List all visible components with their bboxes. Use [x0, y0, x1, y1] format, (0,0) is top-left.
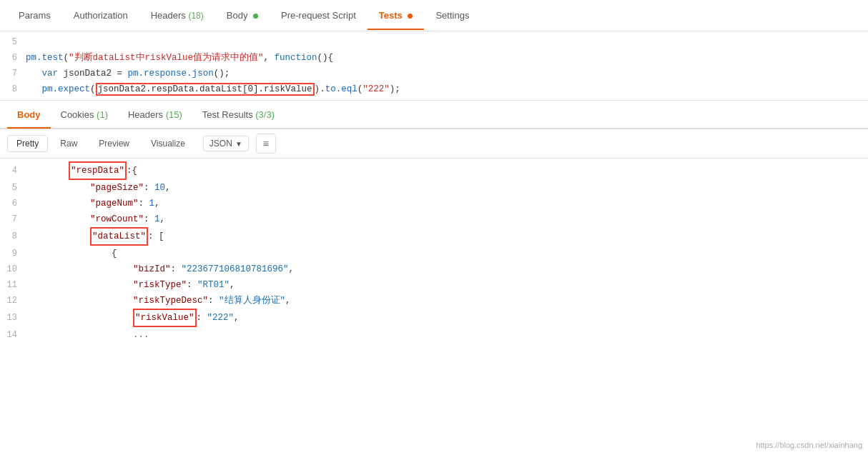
code-line-5: 5 — [0, 34, 868, 50]
body-dot — [253, 14, 258, 19]
json-line-9: 9 { — [0, 246, 868, 261]
json-line-8: 8 "dataList" : [ — [0, 227, 868, 246]
top-tab-bar: Params Authorization Headers (18) Body P… — [0, 0, 868, 31]
tab-tests[interactable]: Tests — [368, 1, 425, 29]
datalist-highlight: "dataList" — [90, 227, 148, 246]
code-line-6: 6 pm.test("判断dataList中riskValue值为请求中的值",… — [0, 50, 868, 66]
json-line-13: 13 "riskValue" : "222" , — [0, 309, 868, 327]
code-editor: 5 6 pm.test("判断dataList中riskValue值为请求中的值… — [0, 31, 868, 101]
riskvalue-highlight: "riskValue" — [133, 309, 197, 327]
tab-authorization[interactable]: Authorization — [62, 1, 139, 29]
tests-dot — [408, 14, 413, 19]
tab-params[interactable]: Params — [7, 1, 62, 29]
resp-tab-test-results[interactable]: Test Results (3/3) — [192, 102, 285, 127]
json-line-11: 11 "riskType" : "RT01" , — [0, 277, 868, 293]
code-highlight-jsondata2: jsonData2.respData.dataList[0].riskValue — [96, 83, 315, 96]
response-tab-bar: Body Cookies (1) Headers (15) Test Resul… — [0, 101, 868, 129]
json-line-5: 5 "pageSize" : 10 , — [0, 180, 868, 196]
tab-settings[interactable]: Settings — [424, 1, 480, 29]
format-type-select[interactable]: JSON ▼ — [203, 136, 249, 151]
format-bar: Pretty Raw Preview Visualize JSON ▼ ≡ — [0, 129, 868, 159]
resp-tab-body[interactable]: Body — [7, 102, 51, 127]
tab-pre-request[interactable]: Pre-request Script — [270, 1, 368, 29]
json-line-10: 10 "bizId" : "223677106810781696" , — [0, 261, 868, 277]
response-area: Body Cookies (1) Headers (15) Test Resul… — [0, 101, 868, 431]
json-body: 4 "respData" :{ 5 "pageSize" : 10 , 6 "p… — [0, 159, 868, 431]
tab-headers[interactable]: Headers (18) — [139, 1, 215, 29]
json-line-4: 4 "respData" :{ — [0, 161, 868, 180]
json-line-12: 12 "riskTypeDesc" : "结算人身份证" , — [0, 293, 868, 309]
tab-body[interactable]: Body — [215, 1, 270, 29]
json-line-7: 7 "rowCount" : 1 , — [0, 211, 868, 227]
resp-data-highlight: "respData" — [69, 161, 127, 180]
format-raw-btn[interactable]: Raw — [51, 135, 87, 152]
json-line-6: 6 "pageNum" : 1 , — [0, 196, 868, 211]
json-line-14: 14 ... — [0, 327, 868, 343]
format-visualize-btn[interactable]: Visualize — [142, 135, 194, 152]
resp-tab-headers[interactable]: Headers (15) — [118, 102, 192, 127]
code-line-7: 7 var jsonData2 = pm.response.json(); — [0, 66, 868, 81]
code-line-8: 8 pm.expect(jsonData2.respData.dataList[… — [0, 81, 868, 97]
chevron-down-icon: ▼ — [235, 140, 242, 148]
resp-tab-cookies[interactable]: Cookies (1) — [51, 102, 118, 127]
wrap-icon-btn[interactable]: ≡ — [256, 134, 276, 154]
format-preview-btn[interactable]: Preview — [89, 135, 139, 152]
format-pretty-btn[interactable]: Pretty — [7, 135, 48, 152]
